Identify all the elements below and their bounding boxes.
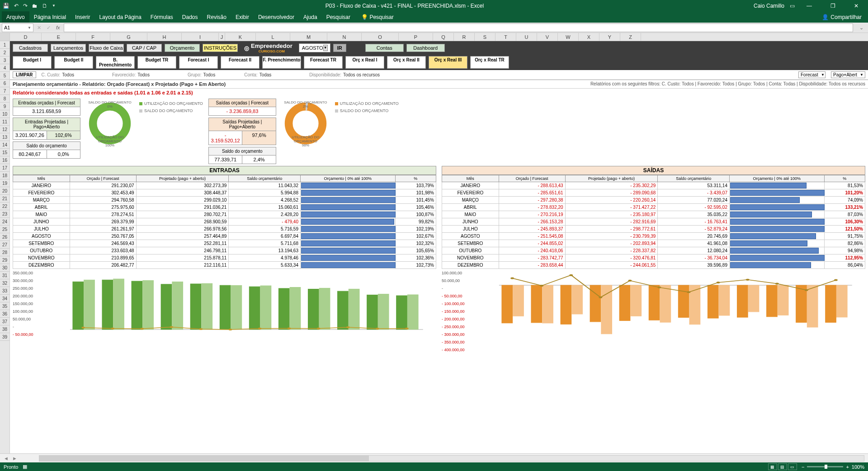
new-icon[interactable]: 🗋 [42,3,47,9]
row-header[interactable]: 29 [0,256,9,264]
nav-instrucoes[interactable]: INSTRUÇÕES [203,44,238,52]
row-header[interactable]: 18 [0,172,9,179]
row-header[interactable]: 23 [0,210,9,218]
zoom-handle[interactable] [825,465,827,469]
row-header[interactable]: 20 [0,187,9,195]
tab-home[interactable]: Página Inicial [29,11,71,23]
sheet-nav-prev-icon[interactable]: ► [12,456,17,461]
fx-cancel-icon[interactable]: ✕ [35,25,43,31]
zoom-out-icon[interactable]: − [802,464,804,470]
forecast-select[interactable]: Forecast▼ [798,71,826,78]
row-header[interactable]: 7 [0,87,9,95]
subnav-or-x-real-tr[interactable]: Orç x Real TR [470,56,509,69]
disp-value[interactable]: Todos os recursos [343,72,380,77]
maximize-button[interactable]: ❐ [824,3,842,9]
chevron-down-icon[interactable]: ▼ [323,45,328,51]
row-header[interactable]: 38 [0,325,9,333]
tab-review[interactable]: Revisão [203,11,231,23]
col-header[interactable]: Z [620,33,641,41]
col-header[interactable]: I [182,33,219,41]
tell-me[interactable]: 💡 Pesquisar [357,11,398,23]
tab-help[interactable]: Ajuda [299,11,322,23]
ir-button[interactable]: IR [333,44,346,52]
col-header[interactable]: Q [433,33,454,41]
row-header[interactable]: 16 [0,156,9,164]
fx-icon[interactable]: fx [54,25,62,30]
col-header[interactable]: O [362,33,399,41]
row-header[interactable]: 15 [0,149,9,156]
worksheet[interactable]: Cadastros Lançamentos Fluxo de Caixa CAP… [10,41,868,453]
minimize-button[interactable]: — [800,3,818,9]
nav-lancamentos[interactable]: Lançamentos [51,44,86,52]
view-page-layout-icon[interactable]: ▤ [778,463,787,470]
tab-developer[interactable]: Desenvolvedor [254,11,299,23]
row-header[interactable]: 6 [0,80,9,87]
clear-filters-button[interactable]: LIMPAR [13,71,36,78]
subnav-forecast-tr[interactable]: Forecast TR [304,56,343,69]
row-header[interactable]: 26 [0,233,9,241]
fav-value[interactable]: Todos [137,72,150,77]
row-header[interactable]: 35 [0,302,9,310]
row-header[interactable]: 25 [0,226,9,233]
tab-formulas[interactable]: Fórmulas [146,11,178,23]
row-header[interactable]: 14 [0,141,9,149]
close-button[interactable]: ✕ [847,3,865,9]
row-header[interactable]: 11 [0,118,9,126]
row-header[interactable]: 33 [0,287,9,295]
col-header[interactable]: P [399,33,433,41]
tab-insert[interactable]: Inserir [71,11,94,23]
tab-view[interactable]: Exibir [231,11,254,23]
nav-contas[interactable]: Contas [365,44,404,52]
col-header[interactable]: L [256,33,290,41]
row-header[interactable]: 1 [0,41,9,49]
nav-cap[interactable]: CAP / CAP [127,44,162,52]
tab-layout[interactable]: Layout da Página [94,11,146,23]
nav-cadastros[interactable]: Cadastros [13,44,48,52]
subnav-budget-i[interactable]: Budget I [13,56,52,69]
zoom-in-icon[interactable]: + [846,464,849,470]
macro-icon[interactable]: ▦ [23,464,27,470]
row-header[interactable]: 34 [0,295,9,302]
share-button[interactable]: 👤Compartilhar [822,14,866,20]
col-header[interactable]: N [327,33,362,41]
period-select[interactable]: AGOSTO▼ [299,43,330,52]
col-header[interactable]: T [495,33,516,41]
row-header[interactable]: 21 [0,195,9,203]
row-header[interactable]: 5 [0,72,9,80]
subnav-forecast-ii[interactable]: Forecast II [221,56,259,69]
subnav-b-preenchimento[interactable]: B. Preenchimento [96,56,135,69]
scrollbar-thumb[interactable] [39,456,369,461]
subnav-or-x-real-iii[interactable]: Orç x Real III [429,56,467,69]
status-select[interactable]: Pago+Abert▼ [831,71,865,78]
user-name[interactable]: Caio Camillo [754,3,784,9]
col-header[interactable]: E [42,33,76,41]
col-header[interactable]: F [76,33,110,41]
zoom-value[interactable]: 100% [852,464,864,470]
row-header[interactable]: 2 [0,49,9,57]
row-header[interactable]: 27 [0,241,9,249]
row-header[interactable]: 24 [0,218,9,226]
row-header[interactable]: 32 [0,279,9,287]
row-header[interactable]: 28 [0,249,9,256]
cta-value[interactable]: Todas [259,72,272,77]
formula-input[interactable] [64,24,853,32]
redo-icon[interactable]: ↷ [23,3,28,9]
tab-search[interactable]: Pesquisar [322,11,355,23]
fx-enter-icon[interactable]: ✓ [45,25,52,31]
col-header[interactable]: J [219,33,225,41]
row-header[interactable]: 12 [0,126,9,133]
save-icon[interactable]: 💾 [3,3,9,9]
row-header[interactable]: 10 [0,110,9,118]
col-header[interactable]: W [558,33,579,41]
col-header[interactable]: S [475,33,495,41]
col-header[interactable]: H [147,33,182,41]
col-header[interactable]: U [516,33,537,41]
tab-file[interactable]: Arquivo [2,11,29,23]
ribbon-options-icon[interactable]: ▭ [790,3,795,9]
col-header[interactable]: X [579,33,599,41]
subnav-budget-tr[interactable]: Budget TR [137,56,176,69]
row-header[interactable]: 31 [0,272,9,279]
row-header[interactable]: 22 [0,203,9,210]
col-header[interactable]: R [454,33,475,41]
select-all-triangle[interactable] [0,33,10,41]
